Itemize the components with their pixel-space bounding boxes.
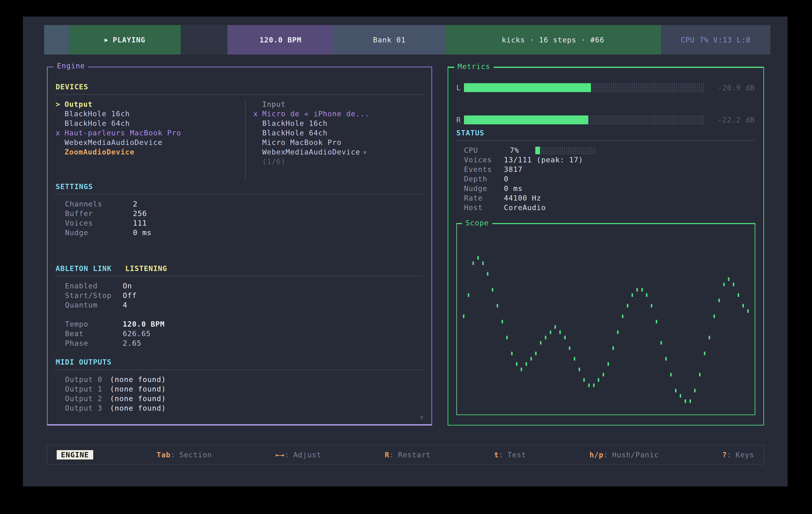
link-rows: EnabledOn Start/StopOff Quantum4 Tempo12… bbox=[56, 281, 424, 348]
input-device-item-active[interactable]: xMicro de « iPhone de... bbox=[253, 109, 424, 119]
selection-caret: > bbox=[56, 99, 64, 109]
hint-keys: ?:Keys bbox=[722, 451, 754, 459]
scope-sample-dot bbox=[588, 384, 590, 387]
status-header: STATUS bbox=[456, 128, 755, 138]
scope-sample-dot bbox=[641, 288, 643, 292]
scope-sample-dot bbox=[651, 304, 652, 307]
scope-sample-dot bbox=[482, 262, 484, 265]
scope-sample-dot bbox=[526, 362, 527, 366]
meter-right-fill bbox=[464, 116, 588, 124]
scope-sample-dot bbox=[583, 378, 585, 382]
scroll-down-icon[interactable]: ▼ bbox=[419, 414, 424, 421]
link-row[interactable]: Quantum4 bbox=[65, 300, 424, 310]
scope-sample-dot bbox=[690, 399, 691, 403]
meter-left-track bbox=[464, 83, 704, 92]
scope-sample-dot bbox=[665, 357, 667, 361]
midi-rows: Output 0(none found) Output 1(none found… bbox=[56, 375, 424, 413]
link-row[interactable]: Start/StopOff bbox=[65, 291, 424, 300]
setting-row[interactable]: Nudge0 ms bbox=[65, 228, 424, 238]
cpu-percent: 7% bbox=[504, 146, 525, 155]
cpu-meter-fill bbox=[535, 147, 540, 154]
scope-sample-dot bbox=[540, 341, 542, 345]
track-info: kicks · 16 steps · #66 bbox=[445, 25, 661, 55]
play-icon: ▶ bbox=[105, 36, 108, 43]
link-row[interactable]: EnabledOn bbox=[65, 281, 424, 291]
output-device-item-active[interactable]: xHaut-parleurs MacBook Pro bbox=[56, 128, 245, 138]
output-column-header[interactable]: >Output bbox=[56, 99, 245, 109]
divider bbox=[456, 140, 755, 141]
scope-sample-dot bbox=[593, 384, 594, 387]
scope-sample-dot bbox=[733, 283, 734, 286]
output-device-item-current[interactable]: ZoomAudioDevice bbox=[56, 147, 245, 157]
midi-outputs-header: MIDI OUTPUTS bbox=[56, 357, 424, 367]
divider bbox=[56, 369, 424, 370]
divider bbox=[56, 194, 424, 194]
input-device-item[interactable]: BlackHole 16ch bbox=[253, 119, 424, 128]
scope-sample-dot bbox=[685, 399, 686, 403]
scope-sample-dot bbox=[699, 373, 700, 376]
bar-spacer bbox=[181, 25, 227, 55]
scope-sample-dot bbox=[516, 362, 518, 366]
scope-sample-dot bbox=[554, 325, 556, 329]
dropdown-icon[interactable]: ▼ bbox=[363, 149, 367, 156]
output-device-column: >Output BlackHole 16ch BlackHole 64ch xH… bbox=[56, 99, 245, 180]
meter-left-db: -20.9 dB bbox=[704, 83, 755, 92]
scope-sample-dot bbox=[747, 309, 749, 313]
hint-section: Tab:Section bbox=[157, 451, 212, 459]
input-column-header[interactable]: Input bbox=[253, 99, 424, 109]
scope-sample-dot bbox=[694, 389, 696, 392]
scope-waveform bbox=[457, 224, 755, 415]
scope-sample-dot bbox=[487, 272, 488, 276]
status-rows: CPU 7% Voices13/111 (peak: 17) Events381… bbox=[456, 146, 755, 212]
output-device-item[interactable]: BlackHole 64ch bbox=[56, 119, 245, 128]
status-row: HostCoreAudio bbox=[464, 203, 755, 212]
scope-sample-dot bbox=[492, 288, 493, 292]
scope-sample-dot bbox=[603, 373, 604, 376]
input-device-item[interactable]: BlackHole 64ch bbox=[253, 128, 424, 138]
scope-sample-dot bbox=[559, 330, 561, 334]
level-meters: L -20.9 dB R -22.2 dB bbox=[456, 83, 755, 124]
scope-sample-dot bbox=[511, 352, 513, 355]
midi-output-row[interactable]: Output 3(none found) bbox=[65, 403, 424, 413]
link-tempo-row[interactable]: Tempo120.0 BPM bbox=[65, 320, 424, 329]
scope-sample-dot bbox=[632, 293, 633, 297]
scope-sample-dot bbox=[612, 346, 614, 350]
input-device-column: Input xMicro de « iPhone de... BlackHole… bbox=[245, 99, 424, 180]
setting-row[interactable]: Voices111 bbox=[65, 218, 424, 228]
input-device-item[interactable]: Micro MacBook Pro bbox=[253, 138, 424, 147]
settings-header: SETTINGS bbox=[56, 182, 424, 191]
midi-output-row[interactable]: Output 2(none found) bbox=[65, 394, 424, 403]
scope-sample-dot bbox=[472, 262, 474, 265]
setting-row[interactable]: Channels2 bbox=[65, 199, 424, 209]
bpm-display: 120.0 BPM bbox=[227, 25, 334, 55]
scope-sample-dot bbox=[530, 357, 532, 361]
cpu-meter-track bbox=[535, 147, 596, 154]
midi-output-row[interactable]: Output 0(none found) bbox=[65, 375, 424, 384]
midi-output-row[interactable]: Output 1(none found) bbox=[65, 384, 424, 394]
scope-sample-dot bbox=[656, 320, 657, 324]
scope-sample-dot bbox=[627, 304, 628, 307]
scope-sample-dot bbox=[497, 304, 498, 307]
scope-sample-dot bbox=[704, 352, 705, 355]
meter-right-track bbox=[464, 116, 704, 124]
scope-sample-dot bbox=[550, 330, 551, 334]
status-row: Rate44100 Hz bbox=[464, 193, 755, 203]
setting-row[interactable]: Buffer256 bbox=[65, 209, 424, 218]
output-device-item[interactable]: WebexMediaAudioDevice bbox=[56, 138, 245, 147]
scope-sample-dot bbox=[501, 320, 503, 324]
metrics-panel: Metrics L -20.9 dB R -22.2 dB STATUS CPU bbox=[447, 67, 764, 425]
scope-sample-dot bbox=[574, 357, 575, 361]
footer-bar: ENGINE Tab:Section ←→:Adjust R:Restart t… bbox=[47, 445, 764, 464]
output-device-item[interactable]: BlackHole 16ch bbox=[56, 109, 245, 119]
settings-rows: Channels2 Buffer256 Voices111 Nudge0 ms bbox=[56, 199, 424, 238]
status-color-block bbox=[44, 25, 69, 55]
divider bbox=[56, 94, 424, 95]
scope-sample-dot bbox=[708, 336, 710, 339]
scope-sample-dot bbox=[636, 288, 638, 292]
scope-sample-dot bbox=[463, 314, 464, 318]
meter-right-db: -22.2 dB bbox=[704, 116, 755, 124]
input-device-item[interactable]: WebexMediaAudioDevice▼ bbox=[253, 147, 424, 157]
divider bbox=[56, 276, 424, 276]
meter-right-label: R bbox=[456, 116, 464, 124]
link-beat-row: Beat626.65 bbox=[65, 329, 424, 338]
